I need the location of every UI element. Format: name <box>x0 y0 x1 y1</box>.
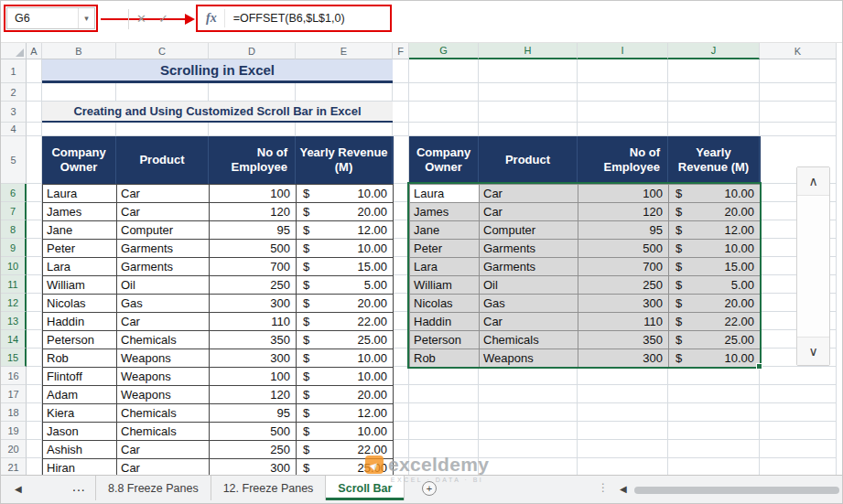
table-cell[interactable]: $10.00 <box>669 185 761 203</box>
row-header-4[interactable]: 4 <box>1 123 27 136</box>
table-cell[interactable]: $25.00 <box>297 459 394 475</box>
table-cell[interactable]: 500 <box>210 240 297 258</box>
column-header-I[interactable]: I <box>578 43 668 59</box>
table-cell[interactable]: Peter <box>43 240 117 258</box>
table-header-cell[interactable]: Yearly Revenue (M) <box>668 136 760 184</box>
table-cell[interactable]: Weapons <box>480 349 578 368</box>
table-cell[interactable]: 300 <box>210 295 297 313</box>
table-header-cell[interactable]: Yearly Revenue (M) <box>296 136 393 184</box>
scrollbar-up-button[interactable]: ∧ <box>797 167 829 196</box>
table-cell[interactable]: Adam <box>43 386 117 404</box>
row-header-1[interactable]: 1 <box>1 59 27 83</box>
name-box[interactable]: G6 ▾ <box>6 7 95 29</box>
table-cell[interactable]: William <box>43 276 117 295</box>
table-cell[interactable]: $5.00 <box>297 276 394 295</box>
table-cell[interactable]: Weapons <box>117 386 210 404</box>
table-cell[interactable]: $12.00 <box>297 221 394 240</box>
cancel-icon[interactable]: ✕ <box>136 12 146 26</box>
table-cell[interactable]: $12.00 <box>669 221 761 240</box>
table-cell[interactable]: Car <box>480 203 578 221</box>
table-cell[interactable]: Chemicals <box>117 423 210 441</box>
table-header-cell[interactable]: Product <box>479 136 578 184</box>
table-cell[interactable]: Gas <box>117 295 210 313</box>
row-header-9[interactable]: 9 <box>1 239 27 257</box>
table-cell[interactable]: Ashish <box>43 441 117 459</box>
row-header-2[interactable]: 2 <box>1 83 27 102</box>
table-cell[interactable]: Chemicals <box>117 404 210 423</box>
column-header-E[interactable]: E <box>296 43 393 59</box>
formula-input[interactable]: =OFFSET(B6,$L$1,0) <box>233 12 345 25</box>
table-cell[interactable]: 300 <box>578 349 669 368</box>
table-cell[interactable]: Car <box>480 313 578 331</box>
table-cell[interactable]: Car <box>480 185 578 203</box>
table-cell[interactable]: Jane <box>410 221 480 240</box>
table-cell[interactable]: Chemicals <box>117 331 210 349</box>
table-cell[interactable]: 120 <box>210 203 297 221</box>
column-header-F[interactable]: F <box>393 43 409 59</box>
sheet-tab-12-freeze-panes[interactable]: 12. Freeze Panes <box>211 476 327 500</box>
table-cell[interactable]: $20.00 <box>297 295 394 313</box>
table-cell[interactable]: 110 <box>578 313 669 331</box>
table-cell[interactable]: 250 <box>210 276 297 295</box>
table-cell[interactable]: 120 <box>210 386 297 404</box>
table-cell[interactable]: $22.00 <box>297 313 394 331</box>
table-cell[interactable]: Chemicals <box>480 331 578 349</box>
table-cell[interactable]: 95 <box>578 221 669 240</box>
enter-icon[interactable]: ✓ <box>158 12 168 26</box>
table-cell[interactable]: Peterson <box>410 331 480 349</box>
table-cell[interactable]: $10.00 <box>297 368 394 386</box>
sheet-overflow-ellipsis[interactable]: ... <box>72 479 86 494</box>
row-header-5[interactable]: 5 <box>1 136 27 184</box>
fx-icon[interactable]: fx <box>198 11 224 26</box>
table-cell[interactable]: Oil <box>117 276 210 295</box>
table-cell[interactable]: $25.00 <box>669 331 761 349</box>
table-header-cell[interactable]: Company Owner <box>409 136 479 184</box>
horizontal-scrollbar-thumb[interactable] <box>634 487 839 494</box>
table-cell[interactable]: Garments <box>117 258 210 276</box>
row-header-16[interactable]: 16 <box>1 367 27 385</box>
table-cell[interactable]: $22.00 <box>669 313 761 331</box>
table-cell[interactable]: 120 <box>578 203 669 221</box>
table-cell[interactable]: $25.00 <box>297 331 394 349</box>
select-all-corner[interactable] <box>1 43 27 59</box>
table-cell[interactable]: $10.00 <box>297 349 394 368</box>
sheet-nav-left-icon[interactable]: ◀ <box>15 484 22 494</box>
table-cell[interactable]: 300 <box>578 295 669 313</box>
table-cell[interactable]: Haddin <box>43 313 117 331</box>
table-cell[interactable]: Rob <box>410 349 480 368</box>
table-cell[interactable]: Garments <box>480 240 578 258</box>
table-header-cell[interactable]: No of Employee <box>209 136 296 184</box>
row-header-3[interactable]: 3 <box>1 102 27 123</box>
table-cell[interactable]: 700 <box>210 258 297 276</box>
hscroll-left-icon[interactable]: ◀ <box>620 484 627 494</box>
column-header-D[interactable]: D <box>209 43 296 59</box>
table-cell[interactable]: 110 <box>210 313 297 331</box>
column-header-C[interactable]: C <box>116 43 209 59</box>
table-cell[interactable]: 300 <box>210 459 297 475</box>
row-header-6[interactable]: 6 <box>1 184 27 202</box>
add-sheet-button[interactable]: + <box>422 481 437 496</box>
scrollbar-track[interactable] <box>797 196 829 338</box>
table-cell[interactable]: Nicolas <box>410 295 480 313</box>
table-cell[interactable]: 700 <box>578 258 669 276</box>
table-cell[interactable]: 100 <box>210 185 297 203</box>
table-cell[interactable]: $20.00 <box>297 203 394 221</box>
table-cell[interactable]: 350 <box>210 331 297 349</box>
row-header-11[interactable]: 11 <box>1 275 27 294</box>
table-cell[interactable]: Jane <box>43 221 117 240</box>
table-cell[interactable]: $10.00 <box>669 240 761 258</box>
table-cell[interactable]: Laura <box>410 185 480 203</box>
table-cell[interactable]: Computer <box>480 221 578 240</box>
table-cell[interactable]: Lara <box>43 258 117 276</box>
table-cell[interactable]: Laura <box>43 185 117 203</box>
table-cell[interactable]: Car <box>117 313 210 331</box>
column-header-A[interactable]: A <box>27 43 42 59</box>
table-cell[interactable]: Hiran <box>43 459 117 475</box>
table-cell[interactable]: 100 <box>578 185 669 203</box>
row-header-8[interactable]: 8 <box>1 220 27 239</box>
table-cell[interactable]: Peter <box>410 240 480 258</box>
row-header-7[interactable]: 7 <box>1 202 27 220</box>
table-cell[interactable]: Computer <box>117 221 210 240</box>
table-cell[interactable]: Weapons <box>117 349 210 368</box>
column-header-H[interactable]: H <box>479 43 578 59</box>
